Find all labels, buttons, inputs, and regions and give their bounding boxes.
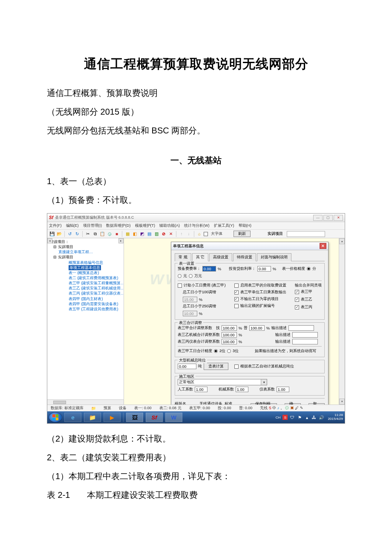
bigfont-checkbox[interactable]	[204, 232, 208, 236]
r1-pu-input[interactable]: 100.00	[249, 325, 265, 331]
ok-button[interactable]: 确定	[285, 403, 301, 405]
task-media[interactable]: ▶	[104, 413, 121, 422]
tool-blue-icon[interactable]: ▤	[146, 231, 152, 237]
tray-icon-shield[interactable]: 🛡	[290, 415, 295, 420]
menu-ext[interactable]: 扩展工具(Y)	[214, 223, 234, 228]
chk-zero[interactable]	[234, 297, 239, 301]
tree-scroll-right[interactable]: ▸	[118, 238, 124, 243]
tray-icon-net[interactable]: 🖧	[311, 415, 317, 420]
tool-orange-icon[interactable]: ◧	[132, 231, 138, 237]
lt100-input[interactable]: 15.00	[183, 297, 197, 302]
scroll-up-button[interactable]: ▴	[339, 238, 345, 244]
task-ie[interactable]: e	[64, 413, 81, 422]
radio-fen[interactable]	[307, 267, 311, 271]
ton-input[interactable]: 0.00	[178, 364, 196, 369]
chk-merge-yi[interactable]	[295, 298, 299, 302]
tree-item-t5a[interactable]: 表五甲 (工程建设其他费用表)	[48, 306, 123, 312]
menu-file[interactable]: 文件(F)	[49, 223, 62, 228]
menu-database[interactable]: 数据库维护(D)	[106, 223, 131, 228]
tree-item-t3c[interactable]: 表三丙 (建筑安装工程仪器仪表…	[48, 291, 123, 296]
r2-input[interactable]: 100.00	[222, 332, 237, 338]
chk-merge-bing[interactable]	[295, 305, 299, 309]
tab-other[interactable]: 其 它	[192, 253, 209, 261]
region-combo[interactable]: 正常地区 ▾	[178, 379, 267, 385]
tray-clock[interactable]: 11:28 2015/4/29	[328, 413, 343, 421]
tool-open-icon[interactable]: 📂	[56, 231, 62, 237]
tool-down-icon[interactable]: ↓	[186, 231, 192, 237]
tray-icon-vol[interactable]: 🔊	[319, 415, 324, 420]
window-minimize-button[interactable]: —	[313, 215, 323, 221]
tool-cut-icon[interactable]: ✂	[85, 231, 91, 237]
calc-button[interactable]: 查表计算	[204, 363, 228, 370]
tray-icon-s[interactable]: S	[282, 415, 288, 420]
tool-chart-icon[interactable]: ▥	[153, 231, 159, 237]
task-word[interactable]: W	[165, 413, 182, 422]
window-close-button[interactable]: ✕	[334, 215, 343, 221]
window-maximize-button[interactable]: ▢	[323, 215, 333, 221]
tool-red-icon[interactable]: ■	[114, 231, 120, 237]
chk-segment[interactable]	[234, 283, 239, 288]
r2out-input[interactable]	[292, 332, 318, 338]
loan-rate-input[interactable]: 0.00	[257, 266, 271, 272]
r1out-input[interactable]	[288, 325, 314, 331]
menu-stats[interactable]: 统计与分析(W)	[184, 223, 210, 228]
menu-help[interactable]: 帮助(H)	[239, 223, 252, 228]
tray-icon-chev[interactable]: ▴	[304, 415, 309, 420]
tool-purple-icon[interactable]: ◩	[139, 231, 145, 237]
tool-cross-icon[interactable]: ✕	[168, 231, 174, 237]
vertical-scrollbar[interactable]: ▴ ▾	[339, 238, 345, 405]
chk-extid[interactable]	[234, 304, 239, 308]
task-app1[interactable]: 🖼	[126, 413, 143, 422]
tab-cover[interactable]: 封面与编制说明	[257, 253, 291, 261]
machine-coef-input[interactable]: 1.00	[236, 387, 248, 392]
menu-aux[interactable]: 辅助功能(A)	[159, 223, 180, 228]
dialog-close-button[interactable]: ✕	[320, 243, 326, 249]
tree-item-t4a[interactable]: 表四甲 (国内主材表)	[48, 296, 123, 301]
r3-input[interactable]: 100.00	[222, 339, 237, 344]
menu-template[interactable]: 模板维护(T)	[135, 223, 156, 228]
tab-special[interactable]: 特殊设置	[233, 253, 256, 261]
scroll-down-button[interactable]: ▾	[339, 399, 345, 405]
tool-home-icon[interactable]: ⌂	[196, 231, 202, 237]
chk-auto-ton[interactable]	[234, 364, 239, 369]
chevron-down-icon[interactable]: ▾	[261, 379, 267, 385]
tree-direct-item[interactable]: 直接建立单项工程…	[48, 249, 123, 254]
radio-yuan[interactable]	[178, 274, 182, 278]
menu-project[interactable]: 项目管理(I)	[83, 223, 102, 228]
ime-indicator[interactable]: CH	[276, 416, 281, 419]
task-sf[interactable]: Sf	[146, 413, 163, 422]
tool-green-icon[interactable]: ◶	[107, 231, 112, 237]
reserve-rate-input[interactable]: 0.00	[202, 266, 216, 272]
radio-3digit[interactable]	[227, 349, 231, 353]
tree-item-t4a2[interactable]: 表四甲 (国内需要安装设备表)	[48, 301, 123, 306]
tool-cancel-icon[interactable]: ⊘	[161, 231, 167, 237]
tab-advanced[interactable]: 高级设置	[209, 253, 232, 261]
tree-item-t2[interactable]: 表二 (建筑工程费用概预算表)	[48, 275, 123, 280]
tree-item-basicinfo[interactable]: 单项工程基本信息	[48, 265, 123, 270]
chk-merge-jia[interactable]	[295, 290, 299, 294]
start-button[interactable]	[49, 413, 62, 422]
radio-wan[interactable]	[189, 274, 193, 278]
tree-item-t3b[interactable]: 表三乙 (建筑安装工程机械使用…	[48, 286, 123, 291]
tree-proj1[interactable]: ⊟ 实训项目	[48, 244, 123, 249]
tray-icon-flag[interactable]: ⚑	[297, 415, 302, 420]
menu-edit[interactable]: 编辑(E)	[66, 223, 79, 228]
tool-copy-icon[interactable]: ⧉	[92, 231, 98, 237]
tool-paste-icon[interactable]: 📋	[99, 231, 105, 237]
tree-hscrollbar[interactable]	[47, 399, 124, 405]
chk-smallday[interactable]	[178, 283, 182, 288]
instr-coef-input[interactable]: 1.00	[277, 387, 289, 392]
tree-item-tablenum[interactable]: 概预算表格编号信息	[48, 260, 123, 265]
refresh-button[interactable]: 刷新	[233, 231, 251, 237]
r1-ji-input[interactable]: 100.00	[222, 325, 237, 331]
tool-undo-icon[interactable]: ↺	[67, 231, 73, 237]
task-explorer[interactable]: 📁	[84, 413, 101, 422]
project-name-input[interactable]	[287, 231, 325, 237]
cancel-button[interactable]: 取消	[308, 403, 325, 405]
tree-proj2[interactable]: ⊟ 实训项目	[48, 254, 123, 260]
chk-unitcoef[interactable]	[234, 290, 239, 295]
tab-general[interactable]: 常 规	[175, 253, 191, 261]
tree-root[interactable]: 建设项目：	[48, 239, 123, 244]
tool-save-icon[interactable]: 💾	[49, 231, 55, 237]
tool-up-icon[interactable]: ↑	[179, 231, 184, 237]
